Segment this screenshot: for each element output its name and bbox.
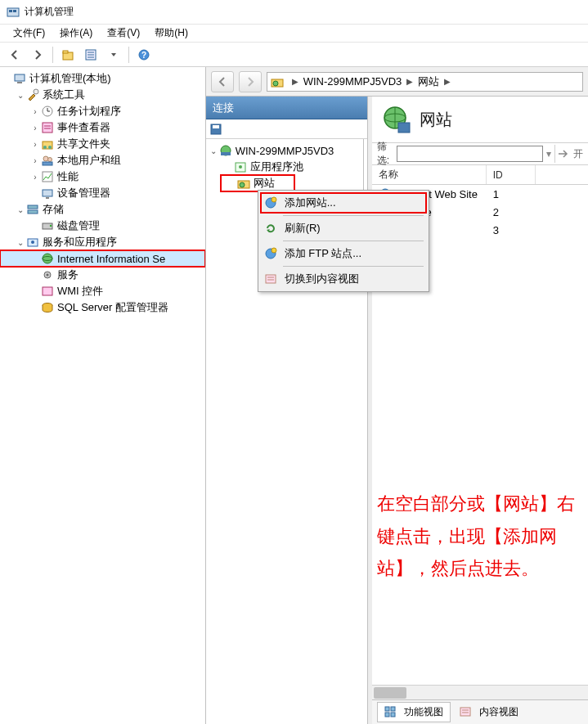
back-button[interactable]	[3, 45, 26, 65]
tree-label: 应用程序池	[250, 160, 303, 174]
twisty-collapse[interactable]: ⌄	[15, 205, 26, 214]
nav-strip: ▶ WIN-299MMPJ5VD3 ▶ 网站 ▶	[206, 67, 588, 97]
content-view-icon	[460, 706, 473, 719]
connections-title: 连接	[213, 101, 234, 115]
site-list[interactable]: Default Web Site 1 FtpSite 2	[372, 185, 588, 685]
device-icon	[41, 187, 54, 200]
ctx-separator	[283, 215, 424, 216]
iis-content-area: 网站 筛选: ▾ 开 名称 ID	[368, 97, 588, 724]
toolbar-separator	[52, 47, 53, 63]
svg-rect-1	[9, 10, 12, 12]
mmc-tree[interactable]: ▶ 计算机管理(本地) ⌄ 系统工具 › 任务计划程序 › 事件查看器 ›	[0, 70, 205, 316]
tree-label: 设备管理器	[57, 186, 110, 200]
chevron-right-icon: ▶	[444, 77, 451, 86]
svg-point-13	[34, 89, 38, 94]
nav-forward-button[interactable]	[239, 71, 262, 92]
svg-point-50	[240, 182, 245, 187]
svg-rect-30	[28, 210, 38, 214]
help-button[interactable]: ?	[132, 45, 155, 65]
iis-connections-tree[interactable]: ⌄ WIN-299MMPJ5VD3 › 应用程序池 网站	[206, 139, 364, 195]
site-id: 2	[487, 206, 536, 218]
forward-button[interactable]	[26, 45, 49, 65]
tree-label: SQL Server 配置管理器	[57, 300, 168, 315]
menu-help[interactable]: 帮助(H)	[148, 25, 195, 42]
mmc-tree-pane: ▶ 计算机管理(本地) ⌄ 系统工具 › 任务计划程序 › 事件查看器 ›	[0, 67, 206, 724]
tree-services-apps[interactable]: ⌄ 服务和应用程序	[0, 234, 205, 250]
twisty-collapse[interactable]: ⌄	[15, 238, 26, 247]
iis-tree-sites[interactable]: 网站	[221, 175, 294, 191]
filter-input[interactable]	[397, 146, 543, 162]
tab-features-view[interactable]: 功能视图	[377, 702, 451, 722]
tree-eventviewer[interactable]: › 事件查看器	[0, 119, 205, 136]
twisty-expand[interactable]: ›	[29, 107, 41, 116]
footer-tabs: 功能视图 内容视图	[372, 699, 588, 724]
menu-file[interactable]: 文件(F)	[7, 25, 52, 42]
tree-iis[interactable]: › Internet Information Se	[0, 250, 205, 267]
col-id[interactable]: ID	[487, 165, 536, 184]
menubar: 文件(F) 操作(A) 查看(V) 帮助(H)	[0, 25, 588, 43]
svg-text:?: ?	[141, 51, 146, 60]
twisty-expand[interactable]: ›	[29, 140, 41, 149]
svg-point-22	[48, 146, 52, 149]
tree-label: 磁盘管理	[57, 218, 100, 233]
ctx-add-website[interactable]: 添加网站...	[260, 192, 427, 214]
tree-wmi[interactable]: › WMI 控件	[0, 283, 205, 299]
svg-rect-68	[391, 707, 395, 711]
svg-rect-11	[15, 74, 25, 81]
tree-sqlserver[interactable]: › SQL Server 配置管理器	[0, 299, 205, 316]
filter-go-button[interactable]	[554, 145, 570, 163]
menu-view[interactable]: 查看(V)	[101, 25, 146, 42]
svg-rect-12	[17, 82, 22, 83]
storage-icon	[26, 203, 39, 216]
tree-label: 服务和应用程序	[43, 235, 117, 250]
content-header: 网站	[372, 97, 588, 142]
breadcrumb-server[interactable]: WIN-299MMPJ5VD3	[303, 75, 402, 88]
iis-pane: ▶ WIN-299MMPJ5VD3 ▶ 网站 ▶ 连接 ⌄	[206, 67, 588, 724]
up-button[interactable]	[56, 45, 79, 65]
ctx-switch-content[interactable]: 切换到内容视图	[260, 268, 427, 290]
tree-sharedfolders[interactable]: › 共享文件夹	[0, 136, 205, 152]
toolbar: ?	[0, 43, 588, 67]
dropdown-icon[interactable]	[102, 45, 125, 65]
tab-content-view[interactable]: 内容视图	[452, 702, 526, 722]
scrollbar-thumb[interactable]	[374, 687, 406, 699]
tree-root[interactable]: ▶ 计算机管理(本地)	[0, 70, 205, 87]
breadcrumb-sites[interactable]: 网站	[418, 74, 439, 89]
apppool-icon	[234, 160, 247, 173]
ctx-refresh[interactable]: 刷新(R)	[260, 218, 427, 239]
address-bar[interactable]: ▶ WIN-299MMPJ5VD3 ▶ 网站 ▶	[267, 72, 583, 92]
twisty-expand[interactable]: ›	[29, 173, 41, 182]
properties-button[interactable]	[79, 45, 102, 65]
tree-diskmgr[interactable]: › 磁盘管理	[0, 218, 205, 234]
content-title: 网站	[420, 109, 452, 131]
svg-rect-54	[398, 123, 410, 133]
col-name[interactable]: 名称	[372, 165, 487, 184]
features-view-icon	[384, 706, 397, 719]
tree-performance[interactable]: › 性能	[0, 169, 205, 185]
ctx-add-ftp[interactable]: 添加 FTP 站点...	[260, 243, 427, 264]
tab-label: 功能视图	[404, 705, 443, 719]
horizontal-scrollbar[interactable]	[372, 685, 588, 699]
gear-icon	[41, 268, 54, 281]
tree-storage[interactable]: ⌄ 存储	[0, 201, 205, 218]
tree-taskscheduler[interactable]: › 任务计划程序	[0, 103, 205, 119]
tree-label: 任务计划程序	[57, 104, 121, 119]
iis-tree-apppools[interactable]: › 应用程序池	[206, 159, 363, 175]
tree-devicemgr[interactable]: › 设备管理器	[0, 185, 205, 201]
svg-rect-28	[46, 197, 49, 199]
twisty-expand[interactable]: ›	[29, 124, 41, 133]
tree-usergroups[interactable]: › 本地用户和组	[0, 152, 205, 169]
menu-action[interactable]: 操作(A)	[53, 25, 99, 42]
ctx-label: 添加网站...	[285, 196, 336, 210]
sites-big-icon	[382, 105, 411, 134]
tree-systools[interactable]: ⌄ 系统工具	[0, 87, 205, 103]
iis-tree-server[interactable]: ⌄ WIN-299MMPJ5VD3	[206, 142, 363, 159]
tree-services[interactable]: › 服务	[0, 267, 205, 283]
nav-back-button[interactable]	[211, 71, 234, 92]
svg-point-42	[273, 81, 278, 86]
twisty-expand[interactable]: ›	[29, 156, 41, 165]
svg-point-21	[43, 146, 47, 149]
twisty-collapse[interactable]: ⌄	[15, 91, 26, 100]
twisty-collapse[interactable]: ⌄	[208, 146, 219, 155]
save-icon[interactable]	[209, 123, 222, 136]
